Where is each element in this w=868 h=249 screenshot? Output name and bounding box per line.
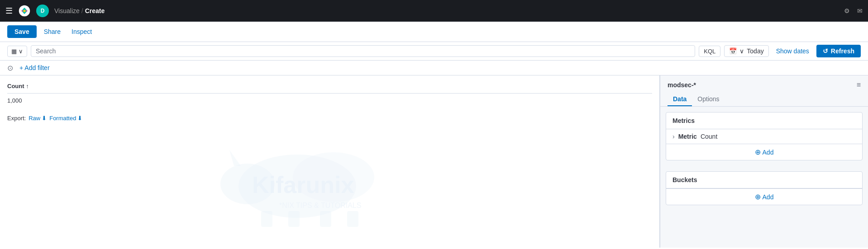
metrics-add-row: ⊕ Add bbox=[666, 144, 862, 160]
svg-rect-6 bbox=[261, 211, 272, 227]
raw-download-icon: ⬇ bbox=[42, 115, 47, 122]
svg-rect-7 bbox=[288, 211, 300, 227]
user-avatar[interactable]: D bbox=[36, 5, 49, 17]
settings-icon[interactable]: ⚙ bbox=[844, 7, 850, 14]
buckets-add-row: ⊕ Add bbox=[666, 188, 862, 205]
metrics-section: Metrics › Metric Count ⊕ Add bbox=[666, 112, 863, 160]
search-type-selector[interactable]: ▦ ∨ bbox=[7, 46, 27, 57]
count-label: Count ↑ bbox=[7, 83, 652, 94]
svg-point-2 bbox=[238, 155, 356, 218]
search-bar: ▦ ∨ Search KQL 📅 ∨ Today Show dates ↺ Re… bbox=[0, 42, 868, 61]
filter-icon[interactable]: ⊙ bbox=[7, 64, 13, 72]
svg-rect-8 bbox=[320, 211, 331, 227]
share-button[interactable]: Share bbox=[40, 25, 64, 38]
metric-chevron-icon[interactable]: › bbox=[672, 133, 675, 140]
formatted-download-icon: ⬇ bbox=[77, 115, 82, 122]
tab-data[interactable]: Data bbox=[668, 93, 692, 106]
search-type-chevron: ∨ bbox=[19, 48, 23, 55]
hamburger-menu-icon[interactable]: ☰ bbox=[5, 6, 13, 16]
metric-row[interactable]: › Metric Count bbox=[666, 129, 862, 144]
index-title: modsec-* bbox=[668, 81, 696, 89]
save-button[interactable]: Save bbox=[7, 25, 37, 38]
breadcrumb-separator: / bbox=[81, 7, 83, 14]
breadcrumb: Visualize / Create bbox=[54, 7, 105, 14]
toolbar: Save Share Inspect bbox=[0, 22, 868, 42]
breadcrumb-parent[interactable]: Visualize bbox=[54, 7, 80, 14]
mail-icon[interactable]: ✉ bbox=[857, 7, 863, 14]
buckets-plus-icon: ⊕ bbox=[755, 193, 761, 201]
watermark: Kifarunix *NIX TIPS & TUTORIALS bbox=[198, 141, 469, 233]
svg-text:*NIX TIPS & TUTORIALS: *NIX TIPS & TUTORIALS bbox=[279, 202, 361, 209]
refresh-button[interactable]: ↺ Refresh bbox=[816, 45, 861, 57]
search-input[interactable]: Search bbox=[31, 45, 695, 57]
svg-text:Kifarunix: Kifarunix bbox=[252, 172, 354, 198]
filter-bar: ⊙ + Add filter bbox=[0, 61, 868, 75]
buckets-section: Buckets ⊕ Add bbox=[666, 171, 863, 205]
refresh-icon: ↺ bbox=[823, 47, 828, 55]
app-logo bbox=[18, 5, 31, 17]
raw-label: Raw bbox=[29, 115, 40, 122]
main-layout: Count ↑ 1,000 Kifarunix *NIX TIPS & TUTO… bbox=[0, 75, 868, 248]
metrics-plus-icon: ⊕ bbox=[755, 148, 761, 156]
content-area: Count ↑ 1,000 Kifarunix *NIX TIPS & TUTO… bbox=[0, 75, 660, 248]
formatted-export-link[interactable]: Formatted ⬇ bbox=[49, 115, 82, 122]
right-panel: modsec-* ≡ Data Options Metrics › Metric… bbox=[660, 75, 868, 248]
metrics-section-title: Metrics bbox=[666, 113, 862, 129]
metrics-add-button[interactable]: ⊕ Add bbox=[755, 148, 774, 156]
show-dates-button[interactable]: Show dates bbox=[773, 46, 813, 56]
kql-badge[interactable]: KQL bbox=[699, 46, 720, 57]
svg-point-4 bbox=[220, 164, 275, 204]
date-value: Today bbox=[747, 47, 763, 55]
calendar-icon: 📅 bbox=[729, 47, 737, 55]
panel-tabs: Data Options bbox=[660, 89, 868, 107]
metric-agg-label: Count bbox=[701, 133, 717, 140]
add-filter-button[interactable]: + Add filter bbox=[17, 63, 52, 72]
panel-menu-icon[interactable]: ≡ bbox=[857, 81, 861, 89]
metrics-add-label: Add bbox=[763, 149, 774, 156]
buckets-section-title: Buckets bbox=[666, 172, 862, 188]
breadcrumb-current: Create bbox=[85, 7, 105, 14]
svg-point-3 bbox=[293, 152, 374, 202]
formatted-label: Formatted bbox=[49, 115, 76, 122]
count-value: 1,000 bbox=[7, 97, 652, 104]
top-navigation: ☰ D Visualize / Create ⚙ ✉ bbox=[0, 0, 868, 22]
buckets-add-button[interactable]: ⊕ Add bbox=[755, 193, 774, 201]
nav-icons: ⚙ ✉ bbox=[844, 7, 863, 14]
buckets-add-label: Add bbox=[763, 193, 774, 201]
export-row: Export: Raw ⬇ Formatted ⬇ bbox=[7, 115, 652, 122]
svg-marker-5 bbox=[229, 150, 241, 166]
calendar-chevron: ∨ bbox=[739, 47, 744, 55]
right-panel-header: modsec-* ≡ bbox=[660, 75, 868, 89]
inspect-button[interactable]: Inspect bbox=[68, 25, 95, 38]
date-picker[interactable]: 📅 ∨ Today bbox=[724, 45, 768, 57]
search-placeholder: Search bbox=[36, 47, 56, 55]
raw-export-link[interactable]: Raw ⬇ bbox=[29, 115, 47, 122]
metric-type-label: Metric bbox=[678, 133, 697, 140]
search-type-icon: ▦ bbox=[11, 48, 17, 55]
svg-rect-9 bbox=[347, 211, 358, 227]
svg-point-1 bbox=[23, 9, 25, 12]
export-label: Export: bbox=[7, 115, 26, 122]
refresh-label: Refresh bbox=[831, 47, 854, 55]
tab-options[interactable]: Options bbox=[692, 93, 725, 106]
